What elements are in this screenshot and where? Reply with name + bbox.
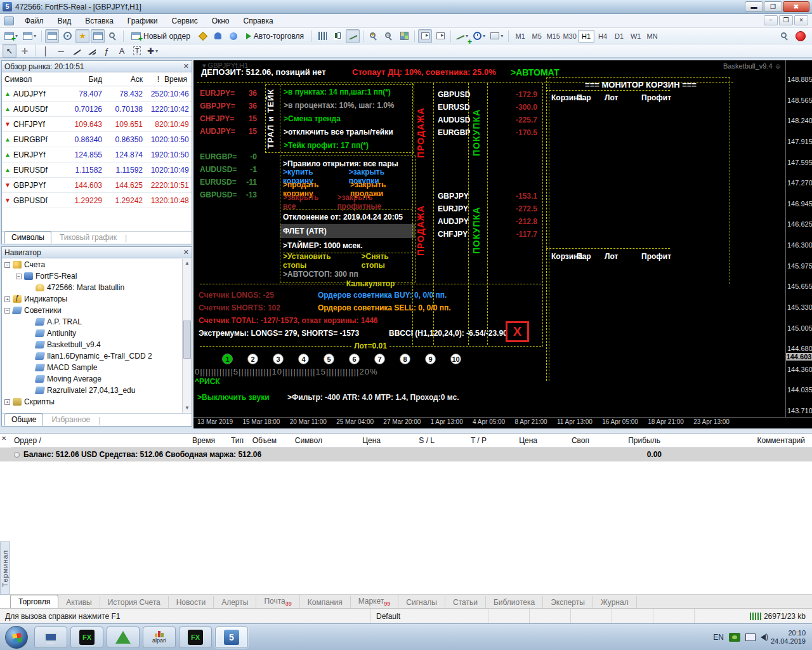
navigator-close-icon[interactable]: ✕ (183, 248, 189, 256)
terminal-tab[interactable]: Журнал (593, 596, 637, 609)
notification-badge-icon[interactable] (796, 31, 806, 41)
arrows-tool-button[interactable]: ✚▾ (145, 44, 160, 58)
market-watch-row[interactable]: ▲EURUSDf 1.11582 1.11592 10 20:10:49 (2, 162, 192, 178)
expander-icon[interactable] (27, 342, 33, 348)
tree-item[interactable]: Basketbull_v9.4 (2, 339, 181, 350)
taskbar-app-green-a[interactable] (107, 627, 140, 648)
chart-window[interactable]: 148.885148.565148.240147.915147.595147.2… (193, 60, 812, 428)
text-label-button[interactable]: T (130, 44, 144, 58)
taskbar-app-fxg-2[interactable]: FX (179, 627, 212, 648)
ea-sounds-button[interactable]: >Выключить звуки (197, 393, 270, 402)
tree-item[interactable]: − Советники (2, 305, 181, 316)
chart-close-button[interactable]: × (794, 15, 808, 25)
crosshair-tool-button[interactable]: ✛ (18, 44, 32, 58)
metaeditor-button[interactable] (196, 29, 210, 43)
ea-autostop-item[interactable]: >АВТОСТОП: 300 пп (283, 268, 412, 281)
tree-item[interactable]: Razrulivatel 27,04,13_edu (2, 385, 181, 396)
tab-favorites[interactable]: Избранное (44, 413, 97, 426)
nvidia-tray-icon[interactable] (729, 633, 740, 642)
navigator-scrollbar[interactable]: ▲ ▼ (182, 259, 192, 413)
menu-help[interactable]: Справка (237, 14, 280, 28)
profiles-button[interactable]: ▾ (21, 29, 38, 43)
horizontal-line-button[interactable]: ─ (54, 44, 68, 58)
cursor-tool-button[interactable]: ↖ (3, 44, 16, 58)
expander-icon[interactable]: − (4, 308, 10, 314)
minimize-button[interactable]: ▬ (745, 1, 763, 12)
tree-item[interactable]: Moving Average (2, 373, 181, 385)
volume-tray-icon[interactable] (761, 634, 766, 640)
tree-item[interactable]: Antiunity (2, 328, 181, 339)
terminal-tab[interactable]: Компания (300, 596, 351, 609)
tree-item[interactable]: + Индикаторы (2, 293, 181, 305)
market-watch-header[interactable]: Обзор рынка: 20:10:51 ✕ (2, 61, 192, 72)
tree-item[interactable]: 472566: Marat Ibatullin (2, 282, 181, 293)
search-button[interactable] (778, 29, 792, 43)
timeframe-button[interactable]: M5 (528, 30, 545, 43)
terminal-column-label[interactable]: Комментарий (663, 436, 808, 445)
menu-file[interactable]: Файл (18, 14, 51, 28)
expander-icon[interactable] (27, 354, 33, 359)
risk-level-button[interactable]: 10 (450, 354, 461, 364)
ea-automat-button[interactable]: >АВТОМАТ (511, 67, 560, 77)
expander-icon[interactable] (27, 319, 33, 325)
market-watch-row[interactable]: ▼GBPJPYf 144.603 144.625 22 20:10:51 (2, 178, 192, 193)
indicators-button[interactable]: +▾ (454, 29, 470, 43)
line-chart-button[interactable] (346, 29, 360, 43)
templates-button[interactable]: ▾ (488, 29, 505, 43)
tree-item[interactable]: Ilan1.6Dynamic_e-Trall_CDD 2 (2, 350, 181, 362)
ea-menu-item[interactable]: >Тейк профит: 17 пп(*) (284, 139, 414, 152)
ea-remove-stops-button[interactable]: >Снять стопы (362, 252, 412, 270)
experts-button[interactable] (211, 29, 225, 43)
taskbar-app-metatrader[interactable]: 5 (215, 627, 248, 648)
timeframe-button[interactable]: D1 (611, 30, 627, 43)
data-window-button[interactable] (60, 29, 74, 43)
timeframe-button[interactable]: M15 (545, 30, 561, 43)
menu-tools[interactable]: Сервис (165, 14, 205, 28)
col-symbol[interactable]: Символ (2, 75, 62, 84)
ea-close-button[interactable]: X (506, 321, 529, 342)
network-tray-icon[interactable] (745, 633, 756, 641)
language-indicator[interactable]: EN (713, 633, 724, 642)
terminal-tab[interactable]: Алерты (214, 596, 256, 609)
menu-view[interactable]: Вид (51, 14, 79, 28)
risk-level-button[interactable]: 7 (374, 354, 385, 364)
market-watch-row[interactable]: ▼CHFJPYf 109.643 109.651 8 20:10:49 (2, 117, 192, 132)
terminal-side-tab[interactable]: Терминал (0, 541, 10, 595)
ea-menu-item[interactable]: >закрыть все>закрыть профитные (283, 196, 412, 208)
start-button[interactable] (5, 626, 28, 649)
terminal-tab[interactable]: Маркет99 (351, 595, 399, 609)
tree-item[interactable]: MACD Sample (2, 362, 181, 373)
taskbar-clock[interactable]: 20:10 24.04.2019 (771, 629, 806, 646)
vertical-line-button[interactable]: │ (39, 44, 53, 58)
channel-button[interactable] (84, 44, 98, 58)
terminal-column-label[interactable]: Своп (540, 436, 592, 445)
market-watch-row[interactable]: ▲EURGBPf 0.86340 0.86350 10 20:10:50 (2, 132, 192, 147)
scrollbar-thumb[interactable] (183, 321, 191, 359)
auto-scroll-button[interactable] (418, 29, 432, 43)
menu-window[interactable]: Окно (205, 14, 237, 28)
risk-level-button[interactable]: 5 (324, 354, 334, 364)
terminal-tab[interactable]: Сигналы (398, 596, 445, 609)
taskbar-app-fxg-1[interactable]: FX (70, 627, 103, 648)
chart-shift-button[interactable] (433, 29, 447, 43)
tree-item[interactable]: − Счета (2, 259, 181, 270)
market-watch-row[interactable]: ▲EURJPYf 124.855 124.874 19 20:10:50 (2, 147, 192, 162)
market-watch-close-icon[interactable]: ✕ (183, 62, 189, 70)
terminal-tab[interactable]: Эксперты (543, 596, 593, 609)
timeframe-button[interactable]: W1 (627, 30, 644, 43)
terminal-tab[interactable]: Торговля (10, 595, 58, 609)
expander-icon[interactable] (27, 285, 33, 291)
ea-timer-item[interactable]: >ТАЙМЕР: 1000 мсек. (283, 239, 412, 252)
market-watch-row[interactable]: ▲AUDJPYf 78.407 78.432 25 20:10:46 (2, 86, 192, 102)
expander-icon[interactable]: − (4, 262, 10, 268)
balance-row[interactable]: Баланс: 512.06 USD Средства: 512.06 Своб… (0, 448, 812, 461)
timeframe-button[interactable]: M1 (512, 30, 528, 43)
terminal-column-label[interactable]: Время (170, 436, 218, 445)
terminal-column-label[interactable]: Объем (246, 436, 279, 445)
expander-icon[interactable]: + (4, 399, 10, 405)
navigator-header[interactable]: Навигатор ✕ (2, 247, 192, 258)
candle-chart-button[interactable] (331, 29, 344, 43)
close-button[interactable]: ✖ (783, 1, 809, 12)
new-chart-button[interactable]: +▾ (3, 29, 20, 43)
expander-icon[interactable] (27, 376, 33, 382)
